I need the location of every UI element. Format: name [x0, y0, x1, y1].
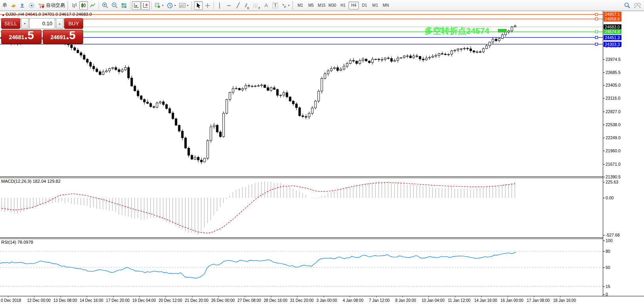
- fibonacci-button[interactable]: F: [252, 1, 261, 10]
- chat-button[interactable]: [632, 1, 642, 10]
- chevron-up-icon: ▲: [59, 23, 61, 25]
- cloud-user-icon: [19, 2, 26, 9]
- price-tick-label: 22538.0: [606, 122, 621, 127]
- time-axis-label: 4 Jan 08:00: [343, 298, 363, 303]
- search-icon: [624, 2, 631, 9]
- timeframe-button-d1[interactable]: D1: [359, 2, 370, 9]
- volume-increase-button[interactable]: ▲: [56, 18, 63, 29]
- zoom-out-icon: [111, 2, 118, 9]
- horizontal-line-button[interactable]: ─: [225, 1, 233, 10]
- sell-price-display[interactable]: 24681 .5: [1, 30, 42, 44]
- candlestick-button[interactable]: [79, 1, 88, 10]
- sell-price-main: 24681: [9, 34, 24, 40]
- chart-window: 0 Dec 201812 Dec 00:0013 Dec 08:0014 Dec…: [0, 11, 644, 307]
- rsi-indicator-label: RSI(14) 78.0978: [1, 240, 33, 244]
- new-order-button-partial[interactable]: 单: [0, 1, 9, 10]
- new-chart-icon: [154, 2, 161, 9]
- sell-button[interactable]: SELL: [1, 18, 20, 29]
- tile-windows-button[interactable]: [120, 1, 128, 10]
- price-tick-label: 23685.5: [606, 70, 621, 75]
- auto-scroll-button[interactable]: [132, 1, 141, 10]
- text-button[interactable]: A: [262, 1, 271, 10]
- vertical-line-button[interactable]: │: [215, 1, 224, 10]
- buy-price-frac: .5: [66, 30, 75, 40]
- bar-chart-button[interactable]: [70, 1, 79, 10]
- periods-button[interactable]: ▼: [166, 1, 177, 10]
- zoom-in-icon: [102, 2, 109, 9]
- rsi-scale-label: 0: [606, 292, 608, 297]
- cursor-button[interactable]: [194, 1, 203, 10]
- new-chart-button[interactable]: ▼: [153, 1, 165, 10]
- pivot-annotation-rectangle[interactable]: [498, 29, 507, 32]
- timeframe-button-m30[interactable]: M30: [327, 2, 337, 9]
- timeframe-button-m15[interactable]: M15: [316, 2, 327, 9]
- time-axis[interactable]: 0 Dec 201812 Dec 00:0013 Dec 08:0014 Dec…: [0, 296, 644, 307]
- toolbar-separator: [213, 2, 214, 9]
- crosshair-button[interactable]: [203, 1, 212, 10]
- time-axis-label: 7 Jan 12:00: [369, 298, 390, 303]
- arrows-button[interactable]: ▼: [280, 1, 291, 10]
- gold-icon-button[interactable]: [9, 1, 18, 10]
- panel-divider-macd[interactable]: [0, 176, 644, 178]
- time-axis-label: 14 Jan 16:00: [474, 298, 497, 303]
- time-axis-label: 28 Dec 16:00: [264, 298, 288, 303]
- toolbar-grip: [67, 2, 69, 9]
- line-chart-button[interactable]: [88, 1, 97, 10]
- volume-input[interactable]: 0.10: [29, 18, 55, 29]
- time-axis-label: 31 Dec 20:00: [290, 298, 314, 303]
- rsi-panel-canvas[interactable]: [0, 239, 603, 296]
- tile-windows-icon: [121, 2, 127, 9]
- time-axis-label: 21 Dec 20:00: [185, 298, 209, 303]
- pivot-annotation-text[interactable]: 多空转折点24574: [425, 25, 489, 36]
- line-chart-icon: [90, 2, 96, 9]
- timeframe-button-h4[interactable]: H4: [349, 2, 359, 9]
- bar-chart-icon: [71, 2, 78, 9]
- toolbar-separator: [99, 2, 99, 9]
- price-scale[interactable]: 24263.523974.523685.523405.023116.022827…: [603, 11, 644, 296]
- toolbar-grip: [292, 2, 294, 9]
- timeframe-button-m5[interactable]: M5: [306, 2, 316, 9]
- autotrading-button[interactable]: 自动交易: [36, 1, 66, 10]
- buy-button[interactable]: BUY: [64, 18, 83, 29]
- label-button[interactable]: T: [271, 1, 280, 10]
- sell-price-frac: .5: [24, 30, 34, 40]
- one-click-trading-panel: SELL ▼ 0.10 ▲ BUY 24681 .5 24691 .5: [1, 18, 83, 44]
- channel-button[interactable]: ⫽ E: [243, 1, 252, 10]
- zoom-out-button[interactable]: [110, 1, 119, 10]
- main-chart-canvas[interactable]: [0, 11, 603, 176]
- new-order-partial-label: 单: [2, 2, 7, 9]
- level-price-label: 24451.3: [604, 35, 621, 40]
- templates-button[interactable]: ▼: [178, 1, 190, 10]
- time-axis-label: 11 Jan 12:00: [448, 298, 471, 303]
- price-tick-label: 22827.0: [606, 109, 621, 114]
- macd-panel-canvas[interactable]: [0, 178, 603, 237]
- timeframe-button-m1[interactable]: M1: [295, 2, 305, 9]
- timeframe-button-mn[interactable]: MN: [381, 2, 391, 9]
- timeframe-button-h1[interactable]: H1: [338, 2, 348, 9]
- time-axis-label: 17 Jan 08:00: [527, 298, 550, 303]
- templates-icon: [179, 2, 186, 8]
- chart-shift-button[interactable]: [141, 1, 150, 10]
- time-axis-label: 8 Jan 20:00: [395, 298, 416, 303]
- zoom-in-button[interactable]: [101, 1, 110, 10]
- timeframe-button-w1[interactable]: W1: [370, 2, 380, 9]
- time-axis-label: 16 Jan 00:00: [501, 298, 524, 303]
- toolbar-separator: [130, 2, 130, 9]
- trendline-button[interactable]: ╱: [234, 1, 242, 10]
- label-icon: T: [272, 2, 278, 8]
- search-button[interactable]: [623, 1, 632, 10]
- auto-scroll-icon: [133, 2, 139, 9]
- chart-header: ▲ DJ30-,H4 24641.0 24701.0 24617.0 24683…: [2, 12, 92, 17]
- panel-divider-rsi[interactable]: [0, 237, 644, 239]
- broadcast-button[interactable]: [27, 1, 36, 10]
- vertical-line-icon: │: [218, 3, 221, 8]
- time-axis-label: 26 Dec 00:00: [211, 298, 235, 303]
- cloud-user-button[interactable]: [18, 1, 27, 10]
- symbol-triangle-icon: ▲: [2, 13, 6, 17]
- toolbar: 单 自动交易 ▼ ▼: [0, 0, 644, 11]
- time-axis-label: 12 Dec 00:00: [27, 298, 51, 303]
- cursor-icon: [195, 2, 201, 9]
- time-axis-label: 18 Jan 16:00: [553, 298, 576, 303]
- buy-price-display[interactable]: 24691 .5: [43, 30, 83, 44]
- volume-decrease-button[interactable]: ▼: [21, 18, 29, 29]
